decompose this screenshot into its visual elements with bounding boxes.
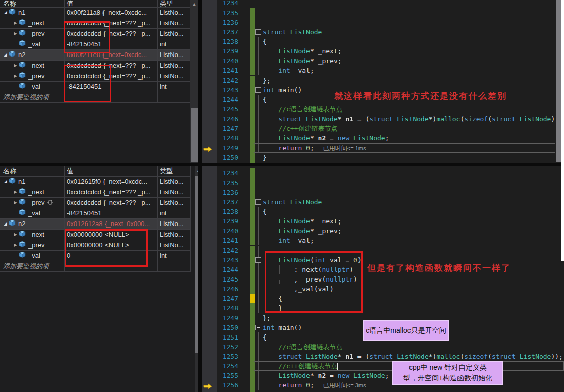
fold-collapse-icon[interactable]: [255, 257, 261, 263]
column-header-name[interactable]: 名称: [0, 0, 65, 8]
code-text[interactable]: struct ListNode* n1 = (struct ListNode*)…: [263, 352, 563, 361]
watch-value-cell[interactable]: -842150451: [65, 208, 158, 219]
code-text[interactable]: {: [263, 37, 267, 46]
fold-collapse-icon[interactable]: [255, 29, 261, 35]
code-line[interactable]: 1245 //c语言创建链表节点: [200, 104, 564, 114]
code-text[interactable]: //c++创建链表节点: [263, 124, 337, 133]
watch-row-name-cell[interactable]: ▶_next: [0, 61, 65, 71]
code-text[interactable]: struct ListNode: [263, 197, 322, 207]
expand-icon[interactable]: ▶: [12, 198, 19, 208]
code-text[interactable]: ListNode* _next;: [263, 46, 342, 56]
expand-icon[interactable]: ▶: [12, 230, 19, 240]
watch-row[interactable]: ▶_prev0xcdcdcdcd {_next=??? _p...ListNo.…: [0, 198, 191, 208]
code-line[interactable]: 1234: [200, 0, 564, 8]
code-text[interactable]: {: [263, 207, 267, 216]
code-text[interactable]: {: [263, 332, 267, 342]
watch-row-name-cell[interactable]: ▶_next: [0, 187, 65, 198]
code-text[interactable]: ListNode* _prev;: [263, 226, 342, 236]
code-text[interactable]: struct ListNode* n1 = (struct ListNode*)…: [263, 114, 563, 124]
code-line[interactable]: 1238{: [200, 207, 564, 216]
code-line[interactable]: 1240 ListNode* _prev;: [200, 226, 564, 236]
code-line[interactable]: 1239 ListNode* _next;: [200, 46, 564, 56]
code-text[interactable]: int _val;: [263, 236, 314, 245]
watch-row-name-cell[interactable]: _val: [0, 208, 65, 219]
code-line[interactable]: 1234: [200, 168, 564, 178]
code-line[interactable]: 1255 ListNode* n2 = new ListNode;: [200, 371, 564, 380]
code-text[interactable]: }: [263, 153, 267, 162]
collapse-icon[interactable]: ◢: [2, 219, 9, 229]
watch-row-name-cell[interactable]: ▶_next: [0, 18, 65, 29]
editor-top-scrollbar[interactable]: [556, 0, 561, 162]
scroll-up-icon[interactable]: ▲: [190, 1, 198, 7]
code-text[interactable]: ListNode* _next;: [263, 216, 342, 226]
watch-top-scrollbar[interactable]: ▲: [190, 0, 198, 163]
code-line[interactable]: 1256 return 0;已用时间<= 3ms: [200, 380, 564, 390]
code-editor-bottom[interactable]: 1234123512361237struct ListNode1238{1239…: [200, 166, 564, 392]
watch-value-cell[interactable]: 0xcdcdcdcd {_next=??? _p...: [65, 187, 158, 198]
watch-row-name-cell[interactable]: ▶_prev: [0, 71, 65, 82]
code-line[interactable]: 1237struct ListNode: [200, 197, 564, 207]
code-line[interactable]: 1253 struct ListNode* n1 = (struct ListN…: [200, 352, 564, 361]
watch-row-name-cell[interactable]: ◢n1: [0, 177, 65, 187]
expand-icon[interactable]: ▶: [12, 18, 19, 28]
fold-collapse-icon[interactable]: [255, 199, 261, 205]
code-line[interactable]: 1248 ListNode* n2 = new ListNode;: [200, 133, 564, 143]
code-editor-top[interactable]: 1234123512361237struct ListNode1238{1239…: [200, 0, 564, 163]
code-line[interactable]: 1248 }: [200, 303, 564, 313]
code-line[interactable]: 1240 ListNode* _prev;: [200, 56, 564, 66]
code-line[interactable]: 1247 {: [200, 294, 564, 303]
code-text[interactable]: ListNode* _prev;: [263, 56, 342, 66]
code-line[interactable]: 1239 ListNode* _next;: [200, 216, 564, 226]
code-line[interactable]: 1241 int _val;: [200, 236, 564, 245]
watch-value-cell[interactable]: 0x012615f0 {_next=0xcdc...: [65, 177, 158, 187]
code-line[interactable]: 1235: [200, 178, 564, 188]
scrollbar-thumb[interactable]: [191, 108, 198, 162]
code-line[interactable]: 1237struct ListNode: [200, 27, 564, 37]
code-line[interactable]: 1242: [200, 246, 564, 255]
code-line[interactable]: 1241 int _val;: [200, 66, 564, 75]
code-text[interactable]: struct ListNode: [263, 27, 322, 37]
expand-icon[interactable]: ▶: [12, 240, 19, 250]
column-header-type[interactable]: 类型: [158, 0, 191, 8]
column-header-name[interactable]: 名称: [0, 166, 65, 177]
code-line[interactable]: 1247 //c++创建链表节点: [200, 124, 564, 133]
watch-row-name-cell[interactable]: _val: [0, 39, 65, 50]
watch-row[interactable]: ▶_next0xcdcdcdcd {_next=??? _p...ListNo.…: [0, 187, 191, 198]
watch-row-name-cell[interactable]: 添加要监视的项: [0, 261, 65, 272]
collapse-icon[interactable]: ◢: [2, 177, 9, 187]
watch-row[interactable]: ◢n10x012615f0 {_next=0xcdc...ListNo...: [0, 177, 191, 187]
collapse-icon[interactable]: ◢: [2, 50, 9, 60]
fold-collapse-icon[interactable]: [255, 87, 261, 93]
pin-to-source-icon[interactable]: [47, 198, 54, 208]
code-text[interactable]: ListNode* n2 = new ListNode;: [263, 371, 389, 380]
expand-icon[interactable]: ▶: [12, 187, 19, 197]
watch-row-name-cell[interactable]: 添加要监视的项: [0, 92, 65, 103]
fold-collapse-icon[interactable]: [255, 325, 261, 330]
code-line[interactable]: 1246 struct ListNode* n1 = (struct ListN…: [200, 114, 564, 124]
code-text[interactable]: ListNode* n2 = new ListNode;: [263, 133, 389, 143]
code-text[interactable]: }: [263, 390, 267, 392]
watch-row-name-cell[interactable]: ▶_prev: [0, 240, 65, 251]
code-text[interactable]: int main(): [263, 323, 302, 332]
watch-row-name-cell[interactable]: ▶_next: [0, 230, 65, 240]
code-text[interactable]: //c语言创建链表节点: [263, 104, 343, 114]
watch-row-name-cell[interactable]: ◢n2: [0, 219, 65, 230]
code-text[interactable]: };: [263, 313, 271, 323]
expand-icon[interactable]: ▶: [12, 61, 19, 71]
watch-row-name-cell[interactable]: ▶_prev: [0, 198, 65, 208]
code-text[interactable]: {: [263, 95, 267, 104]
code-line[interactable]: 1252 //c语言创建链表节点: [200, 342, 564, 352]
watch-value-cell[interactable]: 0x012612a8 {_next=0x000...: [65, 219, 158, 230]
code-line[interactable]: 1238{: [200, 37, 564, 46]
watch-value-cell[interactable]: 0xcdcdcdcd {_next=??? _p...: [65, 198, 158, 208]
watch-row-name-cell[interactable]: ◢n1: [0, 8, 65, 18]
code-line[interactable]: 1257}: [200, 390, 564, 392]
collapse-icon[interactable]: ◢: [2, 8, 9, 18]
column-header-value[interactable]: 值: [65, 0, 158, 8]
expand-icon[interactable]: ▶: [12, 71, 19, 81]
code-line[interactable]: 1245 , _prev(nullptr): [200, 274, 564, 284]
code-text[interactable]: //c语言创建链表节点: [263, 342, 343, 352]
column-header-type[interactable]: 类型: [158, 166, 191, 177]
code-text[interactable]: int main(): [263, 85, 302, 95]
code-text[interactable]: return 0;已用时间<= 3ms: [263, 380, 366, 390]
